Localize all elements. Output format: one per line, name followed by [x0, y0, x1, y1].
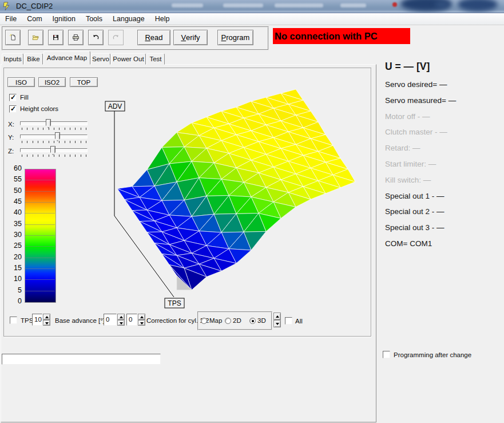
map-value-stepper[interactable] — [273, 313, 281, 327]
fill-label: Fill — [20, 94, 29, 101]
view-mode-radio-map[interactable] — [201, 318, 207, 324]
slider-ticks — [22, 155, 87, 157]
colorbar-tick-label: 55 — [5, 175, 22, 183]
new-file-icon — [9, 32, 17, 43]
titlebar[interactable]: DC_CDIP2 — [0, 0, 504, 13]
menu-item-com[interactable]: Com — [22, 13, 47, 25]
colorbar-tick-label: 60 — [5, 164, 22, 172]
advance-map-3d-surface[interactable]: ADVTPS — [3, 68, 371, 319]
iso2-button[interactable]: ISO2 — [38, 77, 66, 87]
readout-line: Clutch master - — — [385, 128, 447, 136]
menu-item-ignition[interactable]: Ignition — [47, 13, 81, 25]
readout-line: Motor off - — — [385, 112, 430, 121]
redo-icon — [112, 32, 120, 43]
colorbar-tick-label: 5 — [5, 286, 22, 294]
readout-line: Retard: — — [385, 144, 420, 152]
program-button[interactable]: Program — [217, 30, 253, 45]
menu-item-help[interactable]: Help — [150, 13, 175, 25]
correction-cyl1-input[interactable]: 0 — [104, 314, 117, 326]
tps-checkbox[interactable] — [10, 317, 17, 324]
y-axis-slider-label: Y: — [8, 134, 14, 141]
background-blob — [392, 2, 397, 7]
connection-status: No connection with PC — [273, 28, 410, 44]
top-button[interactable]: TOP — [70, 77, 98, 87]
rpm-input[interactable] — [2, 354, 161, 365]
colorbar-tick-label: 20 — [5, 253, 22, 261]
fill-checkbox[interactable] — [9, 94, 17, 101]
correction-cyl1-stepper[interactable] — [117, 314, 125, 326]
open-file-icon — [32, 32, 39, 43]
open-file-button[interactable] — [28, 30, 43, 45]
tab-test[interactable]: Test — [146, 53, 165, 65]
view-mode-radio-2d[interactable] — [225, 318, 231, 324]
readout-line: Servo measured= — — [385, 96, 456, 105]
colorbar-tick-label: 15 — [5, 264, 22, 272]
all-checkbox[interactable] — [285, 317, 292, 325]
colorbar-tick-label: 30 — [5, 231, 22, 239]
readout-line: Kill switch: — — [385, 176, 431, 184]
height-colors-label: Height colors — [20, 105, 58, 112]
iso-button[interactable]: ISO — [7, 77, 35, 87]
slider-track[interactable] — [20, 135, 88, 139]
colorbar-tick-label: 0 — [5, 297, 22, 305]
view-mode-label-2d: 2D — [233, 317, 241, 324]
save-icon — [52, 32, 59, 43]
colorbar-tick-label: 40 — [5, 208, 22, 216]
slider-track[interactable] — [20, 121, 88, 125]
z-axis-slider-label: Z: — [8, 148, 14, 155]
correction-cyl2-input[interactable]: 0 — [126, 314, 137, 326]
view-mode-label-3d: 3D — [257, 317, 266, 324]
app-icon — [3, 2, 12, 11]
ghost-text — [275, 3, 323, 7]
readout-line: U = — [V] — [385, 61, 430, 73]
ghost-text — [172, 3, 203, 7]
colorbar-tick-label: 35 — [5, 220, 22, 228]
undo-button[interactable] — [88, 30, 104, 45]
menu-item-language[interactable]: Language — [108, 13, 150, 25]
print-button[interactable] — [68, 30, 84, 45]
colorbar-tick-label: 50 — [5, 187, 22, 195]
save-button[interactable] — [48, 30, 64, 45]
background-blob — [435, 1, 450, 8]
x-axis-slider-label: X: — [8, 121, 14, 128]
readout-line: COM= COM1 — [385, 239, 432, 248]
all-checkbox-label: All — [295, 318, 303, 325]
slider-ticks — [22, 141, 87, 143]
menubar: FileComIgnitionToolsLanguageHelp — [0, 13, 504, 25]
height-colors-checkbox[interactable] — [9, 105, 17, 113]
ghost-text — [340, 3, 366, 7]
print-icon — [72, 32, 80, 43]
view-mode-label-map: Map — [209, 317, 222, 324]
menu-item-tools[interactable]: Tools — [81, 13, 108, 25]
base-advance-input[interactable]: 10 — [32, 314, 42, 326]
tab-advance-map[interactable]: Advance Map — [43, 51, 90, 65]
readout-line: Special out 1 - — — [385, 192, 445, 200]
readout-line: Servo desired= — — [385, 80, 447, 89]
slider-ticks — [22, 128, 87, 130]
app-window: DC_CDIP2 FileComIgnitionToolsLanguageHel… — [0, 0, 504, 423]
programming-after-change-checkbox[interactable] — [383, 351, 390, 358]
new-file-button[interactable] — [5, 30, 21, 45]
correction-cyl2-stepper[interactable] — [138, 314, 145, 326]
svg-text:ADV: ADV — [108, 102, 122, 110]
tab-power-out[interactable]: Power Out — [111, 53, 146, 65]
colorbar-gridlines — [25, 169, 55, 302]
menu-item-file[interactable]: File — [0, 13, 22, 25]
tab-inputs[interactable]: Inputs — [2, 53, 23, 65]
verify-button[interactable]: Verify — [173, 30, 208, 45]
tab-bike[interactable]: Bike — [24, 53, 43, 65]
colorbar-tick-label: 25 — [5, 242, 22, 250]
svg-text:TPS: TPS — [168, 299, 181, 307]
colorbar-tick-label: 45 — [5, 197, 22, 205]
redo-button[interactable] — [108, 30, 124, 45]
background-blob — [458, 0, 498, 11]
ghost-text — [223, 3, 263, 7]
readout-line: Special out 3 - — — [385, 223, 445, 232]
undo-icon — [92, 32, 100, 43]
base-advance-stepper[interactable] — [43, 314, 50, 326]
readout-line: Special out 2 - — — [385, 207, 445, 216]
base-advance-label: Base advance [°] — [55, 317, 105, 324]
read-button[interactable]: Read — [137, 30, 170, 45]
view-mode-radio-3d[interactable] — [249, 318, 256, 324]
tab-servo[interactable]: Servo — [91, 53, 110, 65]
